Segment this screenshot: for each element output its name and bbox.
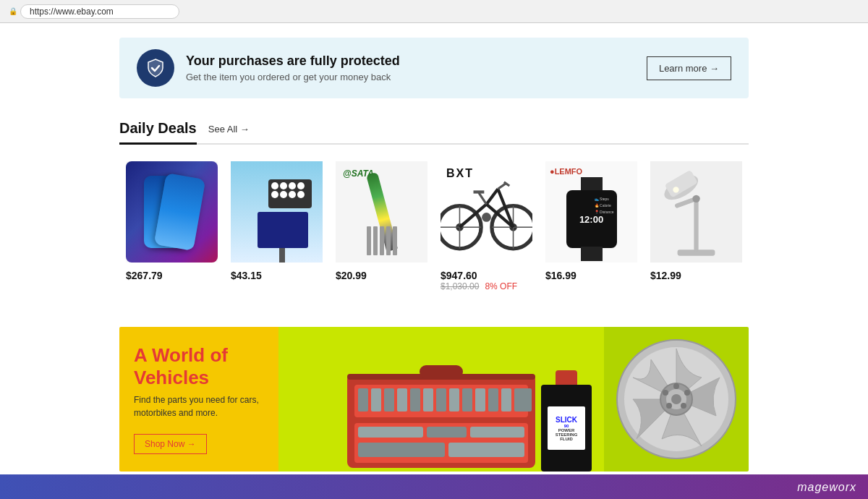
svg-rect-48 [470,427,524,438]
svg-rect-30 [420,365,463,378]
solar-dot [289,182,296,189]
solar-dots [268,179,312,201]
svg-point-26 [673,187,678,192]
phone-price: $267.79 [126,270,163,281]
oil-description: POWERSTEERINGFLUID [556,428,578,441]
product-image-lamp [650,161,742,263]
solar-light-head [268,179,312,208]
product-item-phone[interactable]: $267.79 [119,155,224,298]
svg-line-18 [479,193,487,205]
learn-more-button[interactable]: Learn more → [647,56,731,80]
banner-text: Your purchases are fully protected Get t… [186,54,400,82]
vehicles-title: A World of Vehicles [134,344,264,389]
products-grid: $267.79 [119,155,749,298]
banner-subtitle: Get the item you ordered or get your mon… [186,72,400,82]
product-item-lamp[interactable]: $12.99 [644,155,749,298]
product-item-solar-light[interactable]: $43.15 [224,155,329,298]
solar-panel [258,212,308,248]
url-bar[interactable]: https://www.ebay.com [20,4,179,19]
lamp-price: $12.99 [650,270,681,281]
phone-visual [126,161,218,263]
svg-point-27 [692,195,699,202]
svg-rect-44 [514,388,532,411]
oil-bottle-container: SLICK 90 POWERSTEERINGFLUID [541,370,592,472]
svg-rect-47 [427,427,467,438]
svg-rect-37 [423,388,433,411]
hubcap-svg [615,338,738,461]
svg-point-58 [681,403,686,409]
lamp-visual [650,161,742,263]
solar-dot [297,191,305,198]
product-image-bicycle: BXT [441,161,532,263]
shield-check-icon [145,58,166,78]
svg-rect-22 [694,199,698,252]
solar-dot [297,182,305,189]
svg-point-59 [666,403,672,409]
watch-strap-top [581,177,603,192]
watch-price-row: $16.99 [545,270,637,281]
screwdriver-price-row: $20.99 [336,270,427,281]
bit [367,226,371,255]
watch-calorie: 🔥 Calorie [595,202,614,209]
bit [386,226,391,255]
svg-point-57 [684,390,690,396]
watch-steps: 👟 Steps [595,196,614,202]
shield-circle [137,49,174,87]
screwdriver-visual: @SATA [336,161,427,263]
solar-dot [289,191,296,198]
svg-line-16 [498,184,506,189]
product-item-bicycle[interactable]: BXT [434,155,539,298]
product-item-watch[interactable]: ●LEMFO 12:00 👟 Steps 🔥 Calorie 📍 Distanc… [539,155,644,298]
bicycle-price: $947.60 [441,270,477,281]
lamp-price-row: $12.99 [650,270,742,281]
page-content: Your purchases are fully protected Get t… [109,38,760,472]
footer-bar: mageworx [0,474,868,499]
tool-kit-svg [340,330,542,472]
shop-now-button[interactable]: Shop Now → [134,434,207,454]
screwdriver-price: $20.99 [336,270,367,281]
vehicles-right-panel [604,327,749,472]
solar-dot [280,191,287,198]
browser-bar: 🔒 https://www.ebay.com [0,0,868,23]
bicycle-discount: 8% OFF [485,281,517,291]
banner-left: Your purchases are fully protected Get t… [137,49,400,87]
oil-label: SLICK 90 POWERSTEERINGFLUID [548,406,585,450]
svg-rect-39 [449,388,459,411]
bxt-brand-label: BXT [446,167,474,180]
watch-distance: 📍 Distance [595,209,614,216]
deals-title: Daily Deals [119,120,197,145]
bicycle-old-price-row: $1,030.00 8% OFF [441,281,532,291]
product-item-screwdriver[interactable]: @SATA $20.99 [329,155,434,298]
solar-dot [271,182,278,189]
svg-rect-32 [358,388,368,411]
solar-visual [231,161,323,263]
svg-rect-38 [436,388,446,411]
svg-rect-49 [358,443,445,457]
svg-rect-40 [462,388,472,411]
oil-brand: SLICK [556,416,577,424]
bit [380,226,384,255]
lamp-svg [650,161,742,263]
product-image-phone [126,161,218,263]
bicycle-original-price: $1,030.00 [441,281,479,291]
solar-price-row: $43.15 [231,270,323,281]
protection-banner: Your purchases are fully protected Get t… [119,38,749,98]
bicycle-price-row: $947.60 [441,270,532,281]
product-image-screwdriver: @SATA [336,161,427,263]
watch-visual: ●LEMFO 12:00 👟 Steps 🔥 Calorie 📍 Distanc… [545,161,637,263]
bit-row [367,226,397,255]
solar-dot [271,191,278,198]
svg-rect-42 [488,388,498,411]
oil-body: SLICK 90 POWERSTEERINGFLUID [541,385,592,472]
svg-point-55 [671,394,681,404]
solar-dot [280,182,287,189]
mageworx-logo: mageworx [797,481,856,494]
svg-rect-33 [371,388,381,411]
oil-cap [556,370,577,385]
see-all-link[interactable]: See All → [208,124,250,135]
vehicles-subtitle: Find the parts you need for cars, motorb… [134,393,264,419]
deals-header: Daily Deals See All → [119,120,749,145]
watch-price: $16.99 [545,270,576,281]
svg-rect-36 [410,388,420,411]
daily-deals-section: Daily Deals See All → $267.79 [119,113,749,312]
